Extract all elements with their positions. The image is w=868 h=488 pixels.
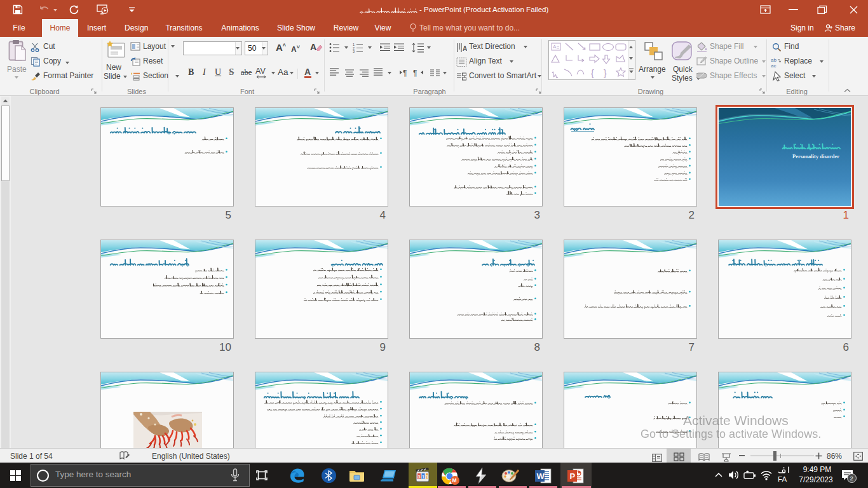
svg-text:{: { [591,68,594,78]
svg-text:A: A [553,44,557,50]
svg-text:AV: AV [255,67,266,76]
svg-text:P: P [570,471,576,481]
svg-text:1: 1 [426,475,428,479]
svg-text:3: 3 [353,50,355,53]
svg-text:}: } [604,68,607,78]
svg-text:3: 3 [418,475,421,479]
svg-text:A: A [463,45,467,52]
svg-text:2: 2 [850,475,853,482]
svg-text:¶: ¶ [403,69,407,78]
svg-text:¶: ¶ [413,69,417,78]
svg-text:1: 1 [422,475,424,479]
svg-text:ac: ac [771,63,776,68]
svg-text:W: W [537,471,545,481]
svg-text:M: M [452,477,457,484]
